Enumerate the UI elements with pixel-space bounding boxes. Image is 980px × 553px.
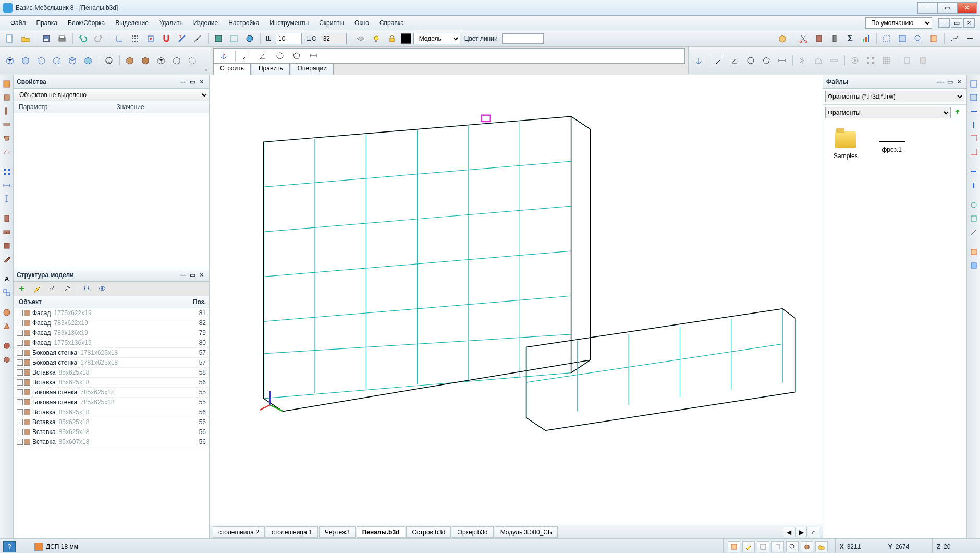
close-button[interactable]: ✕ (957, 2, 977, 14)
new-button[interactable] (3, 32, 17, 45)
panel-button[interactable] (812, 32, 826, 45)
rail-box2-icon[interactable] (1, 354, 13, 365)
sb-btn-2[interactable] (742, 541, 755, 552)
rail-r4-icon[interactable] (968, 119, 979, 130)
rail-r11-icon[interactable] (968, 226, 979, 238)
tab-next-button[interactable]: ▶ (795, 527, 807, 537)
menu-Справка[interactable]: Справка (374, 17, 409, 29)
axis2-icon[interactable] (692, 54, 705, 67)
array-button[interactable] (864, 54, 877, 67)
doc-tab[interactable]: Чертеж3 (319, 526, 356, 538)
zoom-button[interactable] (911, 32, 925, 45)
polygon-tool-button[interactable] (290, 50, 303, 62)
rail-r9-icon[interactable] (968, 199, 979, 211)
doc-tab[interactable]: столешница 1 (266, 526, 318, 538)
rail-array-icon[interactable] (1, 166, 13, 177)
shade1-button[interactable] (123, 54, 137, 67)
rail-door-icon[interactable] (1, 213, 13, 224)
tab-ops[interactable]: Операции (291, 64, 334, 75)
panel-close-button[interactable]: × (198, 271, 206, 279)
rail-r10-icon[interactable] (968, 213, 979, 224)
rail-r6-icon[interactable] (968, 146, 979, 158)
edge-button[interactable] (963, 32, 977, 45)
save-button[interactable] (40, 32, 53, 45)
rail-r2-icon[interactable] (968, 92, 979, 103)
rail-side-icon[interactable] (1, 105, 13, 117)
rail-edge-icon[interactable] (1, 133, 13, 144)
layers-button[interactable] (354, 32, 368, 45)
open-button[interactable] (19, 32, 32, 45)
structure-row[interactable]: Вставка85x625x18 58 (14, 368, 209, 378)
find-button[interactable] (81, 283, 94, 295)
line-color-picker[interactable] (502, 33, 544, 44)
tab-edit[interactable]: Править (252, 64, 290, 75)
tab-build[interactable]: Строить (213, 64, 251, 75)
sigma-button[interactable]: Σ (843, 32, 857, 45)
undo-button[interactable] (76, 32, 90, 45)
sb-btn-1[interactable] (728, 541, 740, 552)
structure-row[interactable]: Вставка85x625x18 56 (14, 427, 209, 437)
structure-row[interactable]: Фасад1775x622x19 81 (14, 308, 209, 318)
file-item[interactable]: Samples (834, 131, 858, 160)
angle-tool-button[interactable] (256, 50, 270, 62)
dimension2-button[interactable] (775, 54, 789, 67)
menu-Окно[interactable]: Окно (349, 17, 374, 29)
measure2-button[interactable] (827, 54, 841, 67)
view-left-button[interactable] (34, 54, 48, 67)
doc-tab[interactable]: Пеналы.b3d (357, 526, 406, 538)
angle2-button[interactable] (728, 54, 742, 67)
view-iso2-button[interactable] (81, 54, 95, 67)
rail-panel-icon[interactable] (1, 78, 13, 90)
wire2-button[interactable] (170, 54, 183, 67)
grid-button[interactable] (128, 32, 142, 45)
rail-back-icon[interactable] (1, 240, 13, 251)
measure-button[interactable] (191, 32, 204, 45)
snap-button[interactable] (144, 32, 157, 45)
structure-row[interactable]: Боковая стенка785x625x18 55 (14, 398, 209, 407)
properties-selection-combo[interactable]: Объектов не выделено (14, 89, 209, 101)
view-wire-button[interactable] (227, 32, 241, 45)
panel-minimize-button[interactable]: — (179, 271, 187, 279)
axis-icon[interactable] (217, 50, 230, 62)
lock-button[interactable] (385, 32, 399, 45)
magnet-button[interactable] (160, 32, 173, 45)
panel-max-button[interactable]: ▭ (946, 78, 954, 86)
panel-close-button[interactable]: × (198, 78, 206, 86)
view-iso-button[interactable] (212, 32, 225, 45)
doc-tab[interactable]: Модуль 3.000_СБ (495, 526, 558, 538)
rail-r1-icon[interactable] (968, 78, 979, 90)
menu-Выделение[interactable]: Выделение (110, 17, 154, 29)
select-panel-button[interactable] (927, 32, 940, 45)
panel-minimize-button[interactable]: — (936, 78, 945, 86)
box-button[interactable] (776, 32, 789, 45)
panel-minimize-button[interactable]: — (179, 78, 187, 86)
panel-max-button[interactable]: ▭ (188, 271, 197, 279)
viewport-3d[interactable] (210, 75, 823, 525)
view-ref-button[interactable] (243, 32, 256, 45)
rail-group-icon[interactable] (1, 287, 13, 298)
cut-button[interactable] (797, 32, 810, 45)
detail2-button[interactable] (916, 54, 929, 67)
light-button[interactable] (370, 32, 383, 45)
rail-drawer-icon[interactable] (1, 226, 13, 238)
rail-leather-icon[interactable] (1, 340, 13, 352)
mdi-minimize-button[interactable]: – (938, 18, 950, 28)
structure-row[interactable]: Боковая стенка1781x625x18 57 (14, 358, 209, 368)
menu-Удалить[interactable]: Удалить (154, 17, 188, 29)
rail-text-icon[interactable]: A (1, 273, 13, 285)
rail-dim2-icon[interactable] (1, 193, 13, 205)
rail-cone-icon[interactable] (1, 320, 13, 332)
coord-button[interactable] (113, 32, 126, 45)
help-button[interactable]: ? (3, 541, 16, 552)
structure-row[interactable]: Вставка85x625x18 56 (14, 407, 209, 417)
panel-close-button[interactable]: × (955, 78, 963, 86)
rail-r8-icon[interactable] (968, 179, 979, 191)
files-filter-combo[interactable]: Фрагменты (*.fr3d;*.frw) (825, 91, 964, 102)
edit-button[interactable] (31, 283, 44, 295)
doc-tab[interactable]: столешница 2 (213, 526, 265, 538)
panel-max-button[interactable]: ▭ (188, 78, 197, 86)
overflow-indicator[interactable]: » (204, 67, 207, 73)
orbit-button[interactable] (102, 54, 116, 67)
tools-button[interactable] (61, 283, 75, 295)
sb-btn-3[interactable] (757, 541, 769, 552)
